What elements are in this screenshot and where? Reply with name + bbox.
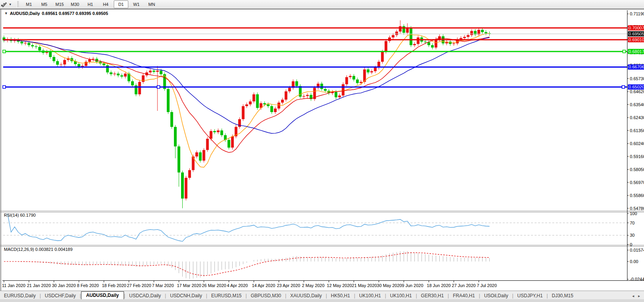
tab-dj30-m15[interactable]: DJ30,M15 — [548, 292, 577, 300]
svg-text:0.66706: 0.66706 — [629, 64, 644, 69]
chart-symbol-period: AUDUSD,Daily — [10, 11, 40, 16]
svg-text:8 Feb 2020: 8 Feb 2020 — [77, 283, 99, 288]
svg-text:23 Apr 2020: 23 Apr 2020 — [277, 283, 300, 288]
svg-text:18 Feb 2020: 18 Feb 2020 — [102, 283, 126, 288]
chart-canvas[interactable]: 0.711900.701100.690300.679200.668400.657… — [0, 9, 644, 291]
tab-fra40-h1[interactable]: FRA40,H1 — [449, 292, 479, 300]
svg-text:21 Jan 2020: 21 Jan 2020 — [27, 283, 51, 288]
tab-gbpusd-m30[interactable]: GBPUSD,M30 — [247, 292, 285, 300]
tab-ger30-h1[interactable]: GER30,H1 — [417, 292, 448, 300]
tab-hk50-h1[interactable]: HK50,H1 — [327, 292, 354, 300]
svg-text:0.62430: 0.62430 — [630, 115, 644, 120]
timeframe-button-m30[interactable]: M30 — [68, 0, 82, 8]
svg-text:4 Apr 2020: 4 Apr 2020 — [227, 283, 248, 288]
tabs-scroll-left-icon[interactable]: ◂ — [632, 294, 634, 298]
timeframe-button-h4[interactable]: H4 — [98, 0, 113, 8]
svg-text:7 Jul 2020: 7 Jul 2020 — [477, 283, 497, 288]
tab-uk100-h1[interactable]: UK100,H1 — [355, 292, 385, 300]
svg-text:0.54780: 0.54780 — [630, 206, 644, 211]
chart-ohlc-values: 0.69561 0.69577 0.69395 0.69505 — [42, 11, 108, 16]
timeframe-button-d1[interactable]: D1 — [114, 0, 128, 8]
fast-ma-line — [4, 33, 490, 168]
svg-text:0.55860: 0.55860 — [630, 193, 644, 198]
macd-indicator-label: MACD(12,26,9) 0.003821 0.004189 — [4, 247, 72, 252]
chart-collapse-icon[interactable]: ▼ — [4, 11, 8, 15]
timeframe-button-h1[interactable]: H1 — [83, 0, 98, 8]
svg-text:17 Mar 2020: 17 Mar 2020 — [177, 283, 201, 288]
svg-text:0.00: 0.00 — [630, 259, 638, 264]
timeframe-buttons: M1M5M15M30H1H4D1W1MN — [21, 0, 159, 8]
svg-text:7 Mar 2020: 7 Mar 2020 — [152, 283, 174, 288]
tab-usdjpy-h1[interactable]: USDJPY,H1 — [513, 292, 546, 300]
svg-text:0.65730: 0.65730 — [630, 76, 644, 81]
svg-text:0.69010: 0.69010 — [629, 37, 644, 42]
svg-text:27 Feb 2020: 27 Feb 2020 — [127, 283, 151, 288]
svg-text:30 Jan 2020: 30 Jan 2020 — [52, 283, 76, 288]
tab-uk100-h1[interactable]: UK100,H1 — [386, 292, 416, 300]
svg-text:30: 30 — [630, 233, 635, 238]
svg-text:70: 70 — [630, 221, 635, 225]
bottom-strip — [0, 299, 644, 302]
tab-xauusd-daily[interactable]: XAUUSD,Daily — [286, 292, 326, 300]
svg-text:11 Jan 2020: 11 Jan 2020 — [2, 283, 26, 288]
svg-text:12 May 2020: 12 May 2020 — [327, 283, 352, 288]
svg-text:0.01574: 0.01574 — [630, 248, 644, 252]
timeframe-button-w1[interactable]: W1 — [129, 0, 144, 8]
date-axis: 11 Jan 202021 Jan 202030 Jan 20208 Feb 2… — [2, 281, 497, 288]
tab-usdcad-daily[interactable]: USDCAD,Daily — [125, 292, 165, 300]
svg-text:100: 100 — [630, 211, 637, 216]
svg-text:0.56970: 0.56970 — [630, 180, 644, 185]
svg-text:0.68017: 0.68017 — [629, 49, 644, 54]
svg-text:2 May 2020: 2 May 2020 — [302, 283, 324, 288]
svg-text:0.69505: 0.69505 — [629, 31, 644, 36]
svg-text:0.61350: 0.61350 — [630, 128, 644, 133]
svg-text:0.71190: 0.71190 — [630, 11, 644, 16]
svg-text:0.63540: 0.63540 — [630, 102, 644, 107]
svg-text:18 Jun 2020: 18 Jun 2020 — [427, 283, 451, 288]
mid-ma-line — [4, 37, 490, 153]
svg-text:9 Jun 2020: 9 Jun 2020 — [402, 283, 423, 288]
tab-eurusd-daily[interactable]: EURUSD,Daily — [0, 292, 40, 300]
caret-down-icon[interactable]: ▼ — [9, 3, 12, 6]
svg-text:27 Jun 2020: 27 Jun 2020 — [452, 283, 476, 288]
svg-text:0.64620: 0.64620 — [630, 89, 644, 94]
timeframe-button-m1[interactable]: M1 — [22, 0, 36, 8]
tab-eurusd-m15[interactable]: EURUSD,M15 — [207, 292, 245, 300]
timeframe-button-mn[interactable]: MN — [144, 0, 159, 8]
toolbar-grip[interactable] — [17, 1, 19, 7]
rsi-indicator-label: RSI(14) 60.1790 — [4, 213, 36, 217]
chart-tab-bar: EURUSD,Daily|USDCHF,Daily|AUDUSD,Daily|U… — [0, 291, 644, 300]
timeframe-button-m15[interactable]: M15 — [52, 0, 67, 8]
draw-tool-icon — [1, 1, 7, 7]
timeframe-button-m5[interactable]: M5 — [37, 0, 52, 8]
chart-title-bar: ▼ AUDUSD,Daily 0.69561 0.69577 0.69395 0… — [3, 11, 111, 16]
svg-text:14 Apr 2020: 14 Apr 2020 — [252, 283, 275, 288]
svg-text:26 Mar 2020: 26 Mar 2020 — [202, 283, 226, 288]
svg-text:-0.02441: -0.02441 — [630, 277, 644, 282]
rsi-pane: 10070300 — [3, 211, 637, 247]
svg-text:21 May 2020: 21 May 2020 — [352, 283, 377, 288]
price-levels: 0.700070.695050.690100.680170.667060.650… — [3, 25, 644, 89]
candles — [3, 20, 491, 208]
chart-window[interactable]: ▼ AUDUSD,Daily 0.69561 0.69577 0.69395 0… — [0, 9, 644, 291]
tab-usdchf-daily[interactable]: USDCHF,Daily — [41, 292, 80, 300]
svg-text:30 May 2020: 30 May 2020 — [377, 283, 402, 288]
svg-text:0.65020: 0.65020 — [629, 85, 644, 89]
tab-audusd-daily[interactable]: AUDUSD,Daily — [81, 291, 124, 300]
draw-tool-button[interactable]: ▼ — [0, 0, 14, 9]
tabs-scroll-right-icon[interactable]: ▸ — [638, 294, 640, 298]
svg-text:0.58050: 0.58050 — [630, 167, 644, 172]
svg-text:0: 0 — [630, 242, 632, 247]
tab-usdcnh-daily[interactable]: USDCNH,Daily — [166, 292, 206, 300]
svg-text:0.70007: 0.70007 — [629, 26, 644, 30]
tab-usoil-daily[interactable]: USOil,Daily — [480, 292, 512, 300]
svg-text:0.59160: 0.59160 — [630, 154, 644, 159]
top-toolbar: ▼ M1M5M15M30H1H4D1W1MN — [0, 0, 644, 9]
svg-text:0.60240: 0.60240 — [630, 141, 644, 146]
macd-pane: 0.015740.00-0.02441 — [4, 248, 644, 282]
